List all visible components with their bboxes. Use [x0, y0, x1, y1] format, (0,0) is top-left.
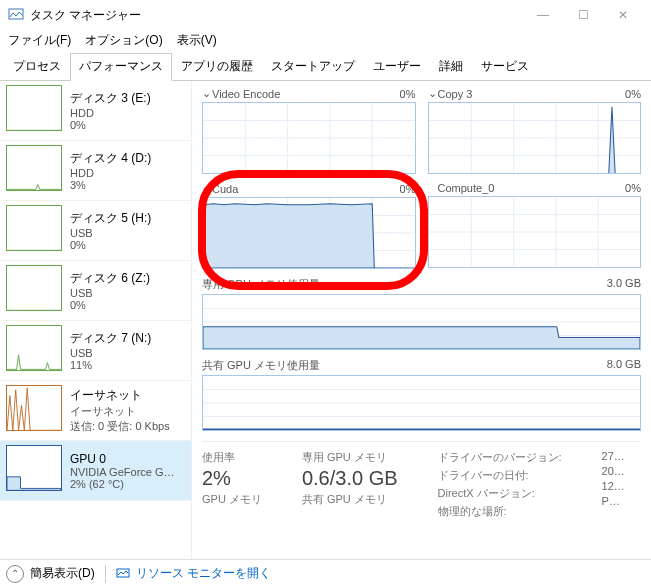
- sidebar-item-ethernet[interactable]: イーサネット イーサネット 送信: 0 受信: 0 Kbps: [0, 381, 191, 441]
- chart-title: Cuda: [212, 183, 400, 195]
- sidebar-item-sub: USB: [70, 347, 185, 359]
- sidebar-item-val: 0%: [70, 299, 185, 311]
- tab-startup[interactable]: スタートアップ: [262, 53, 364, 80]
- sidebar-item-sub: HDD: [70, 107, 185, 119]
- thumb-icon: [6, 325, 62, 371]
- thumb-icon: [6, 265, 62, 311]
- chart-title: Compute_0: [438, 182, 626, 194]
- window-title: タスク マネージャー: [30, 7, 523, 24]
- thumb-icon: [6, 145, 62, 191]
- minimize-button[interactable]: —: [523, 0, 563, 30]
- sidebar-item-disk4[interactable]: ディスク 4 (D:) HDD 3%: [0, 141, 191, 201]
- sidebar-item-disk3[interactable]: ディスク 3 (E:) HDD 0%: [0, 81, 191, 141]
- sidebar-item-val: 3%: [70, 179, 185, 191]
- thumb-icon: [6, 445, 62, 491]
- mem-max: 3.0 GB: [607, 277, 641, 292]
- directx-label: DirectX バージョン:: [438, 487, 535, 499]
- usage-label: 使用率: [202, 450, 262, 465]
- main-panel: ⌄ Video Encode 0% ⌄ Copy 3 0% ⌄ C: [192, 81, 651, 559]
- sidebar-item-sub: HDD: [70, 167, 185, 179]
- sidebar-item-sub: USB: [70, 287, 185, 299]
- location-value: P…: [602, 495, 625, 507]
- gpu-mem-label: GPU メモリ: [202, 492, 262, 507]
- thumb-icon: [6, 85, 62, 131]
- collapse-icon[interactable]: ⌃: [6, 565, 24, 583]
- chart-pct: 0%: [625, 182, 641, 194]
- sidebar-item-title: ディスク 4 (D:): [70, 150, 185, 167]
- chart-pct: 0%: [625, 88, 641, 100]
- simple-view-button[interactable]: 簡易表示(D): [30, 565, 95, 582]
- sidebar-item-val: 2% (62 °C): [70, 478, 185, 490]
- chart-compute0[interactable]: Compute_0 0%: [428, 182, 642, 269]
- sidebar-item-disk7[interactable]: ディスク 7 (N:) USB 11%: [0, 321, 191, 381]
- sidebar: ディスク 3 (E:) HDD 0% ディスク 4 (D:) HDD 3% ディ…: [0, 81, 192, 559]
- app-icon: [8, 7, 24, 23]
- dedicated-value: 0.6/3.0 GB: [302, 467, 398, 490]
- chevron-down-icon[interactable]: ⌄: [202, 87, 212, 100]
- titlebar: タスク マネージャー — ☐ ✕: [0, 0, 651, 30]
- tab-details[interactable]: 詳細: [430, 53, 472, 80]
- sidebar-item-title: ディスク 7 (N:): [70, 330, 185, 347]
- menu-view[interactable]: 表示(V): [177, 32, 217, 49]
- sidebar-item-title: ディスク 3 (E:): [70, 90, 185, 107]
- tab-users[interactable]: ユーザー: [364, 53, 430, 80]
- sidebar-item-gpu0[interactable]: GPU 0 NVIDIA GeForce G… 2% (62 °C): [0, 441, 191, 501]
- tab-services[interactable]: サービス: [472, 53, 538, 80]
- resource-monitor-icon: [116, 567, 130, 581]
- sidebar-item-disk5[interactable]: ディスク 5 (H:) USB 0%: [0, 201, 191, 261]
- close-button[interactable]: ✕: [603, 0, 643, 30]
- sidebar-item-val: 0%: [70, 119, 185, 131]
- tab-performance[interactable]: パフォーマンス: [70, 53, 172, 81]
- chevron-down-icon[interactable]: ⌄: [202, 182, 212, 195]
- mem-label: 共有 GPU メモリ使用量: [202, 358, 607, 373]
- resource-monitor-link[interactable]: リソース モニターを開く: [136, 565, 271, 582]
- tab-processes[interactable]: プロセス: [4, 53, 70, 80]
- sidebar-item-sub: イーサネット: [70, 404, 185, 419]
- chart-copy3[interactable]: ⌄ Copy 3 0%: [428, 87, 642, 174]
- location-label: 物理的な場所:: [438, 505, 507, 517]
- mem-label: 専用 GPU メモリ使用量: [202, 277, 607, 292]
- sidebar-item-title: イーサネット: [70, 387, 185, 404]
- chart-pct: 0%: [400, 183, 416, 195]
- chevron-down-icon[interactable]: ⌄: [428, 87, 438, 100]
- sidebar-item-title: ディスク 5 (H:): [70, 210, 185, 227]
- sidebar-item-sub: USB: [70, 227, 185, 239]
- gpu-stats: 使用率 2% GPU メモリ 専用 GPU メモリ 0.6/3.0 GB 共有 …: [202, 441, 641, 519]
- driver-date-label: ドライバーの日付:: [438, 469, 529, 481]
- dedicated-label: 専用 GPU メモリ: [302, 450, 398, 465]
- chart-title: Video Encode: [212, 88, 400, 100]
- tab-app-history[interactable]: アプリの履歴: [172, 53, 262, 80]
- menu-option[interactable]: オプション(O): [85, 32, 162, 49]
- sidebar-item-title: ディスク 6 (Z:): [70, 270, 185, 287]
- chart-pct: 0%: [400, 88, 416, 100]
- chart-title: Copy 3: [438, 88, 626, 100]
- driver-date-value: 20…: [602, 465, 625, 477]
- svg-rect-35: [117, 569, 129, 577]
- sidebar-item-val: 送信: 0 受信: 0 Kbps: [70, 419, 185, 434]
- tabs: プロセス パフォーマンス アプリの履歴 スタートアップ ユーザー 詳細 サービス: [0, 53, 651, 81]
- directx-value: 12…: [602, 480, 625, 492]
- sidebar-item-val: 0%: [70, 239, 185, 251]
- menubar: ファイル(F) オプション(O) 表示(V): [0, 30, 651, 51]
- thumb-icon: [6, 205, 62, 251]
- driver-version-value: 27…: [602, 450, 625, 462]
- sidebar-item-sub: NVIDIA GeForce G…: [70, 466, 185, 478]
- shared-label: 共有 GPU メモリ: [302, 492, 398, 507]
- sidebar-item-disk6[interactable]: ディスク 6 (Z:) USB 0%: [0, 261, 191, 321]
- usage-value: 2%: [202, 467, 262, 490]
- maximize-button[interactable]: ☐: [563, 0, 603, 30]
- chart-shared-gpu-mem[interactable]: 共有 GPU メモリ使用量8.0 GB: [202, 358, 641, 431]
- chart-cuda[interactable]: ⌄ Cuda 0%: [202, 182, 416, 269]
- chart-dedicated-gpu-mem[interactable]: 専用 GPU メモリ使用量3.0 GB: [202, 277, 641, 350]
- sidebar-item-title: GPU 0: [70, 452, 185, 466]
- statusbar: ⌃ 簡易表示(D) リソース モニターを開く: [0, 559, 651, 587]
- sidebar-item-val: 11%: [70, 359, 185, 371]
- mem-max: 8.0 GB: [607, 358, 641, 373]
- chart-video-encode[interactable]: ⌄ Video Encode 0%: [202, 87, 416, 174]
- driver-version-label: ドライバーのバージョン:: [438, 451, 562, 463]
- menu-file[interactable]: ファイル(F): [8, 32, 71, 49]
- thumb-icon: [6, 385, 62, 431]
